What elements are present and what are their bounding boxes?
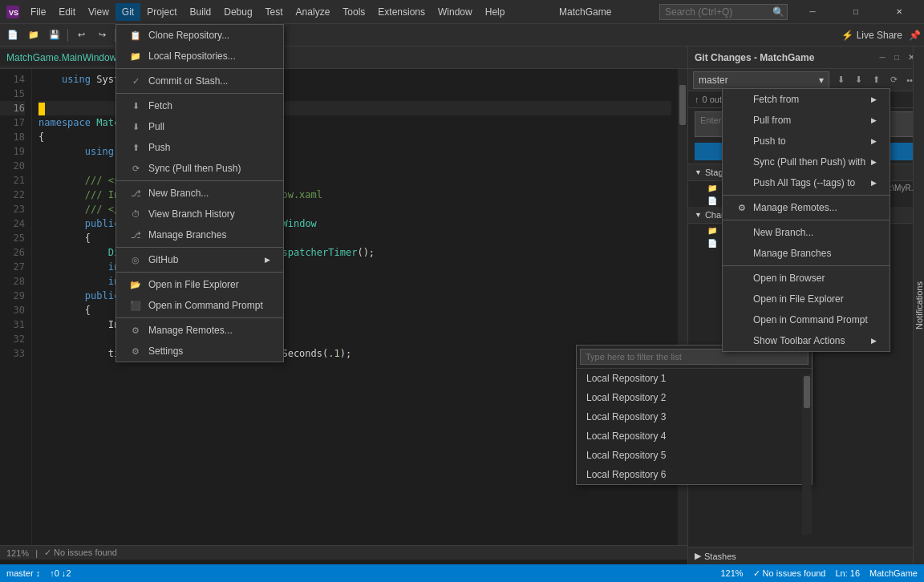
push-button[interactable]: ⬆ xyxy=(868,72,884,88)
stashes-section[interactable]: ▶ Stashes xyxy=(688,547,924,564)
maximize-button[interactable]: □ xyxy=(837,0,874,24)
ctx-manage-branches[interactable]: Manage Branches xyxy=(723,243,890,264)
scroll-thumb xyxy=(679,85,686,125)
folder-icon: 📁 xyxy=(707,184,717,192)
git-menu-fetch[interactable]: ⬇ Fetch xyxy=(116,95,283,116)
line-numbers: 14 15 16 17 18 19 20 21 22 23 24 25 26 2… xyxy=(0,69,32,545)
fetch-button[interactable]: ⬇ xyxy=(833,72,849,88)
git-menu-clone-repo[interactable]: 📋 Clone Repository... xyxy=(116,25,283,46)
sync-button[interactable]: ⟳ xyxy=(886,72,902,88)
ctx-show-toolbar[interactable]: Show Toolbar Actions ▶ xyxy=(723,330,890,351)
toolbar-open[interactable]: 📁 xyxy=(24,26,43,44)
git-panel-maximize[interactable]: □ xyxy=(890,51,903,64)
status-bar: master ↕ ↑0 ↓2 121% ✓ No issues found Ln… xyxy=(0,564,924,582)
search-icon: 🔍 xyxy=(772,6,784,18)
local-repo-3[interactable]: Local Repository 3 xyxy=(577,407,812,426)
live-share-label[interactable]: ⚡ Live Share xyxy=(841,30,902,41)
fetch-from-label: Fetch from xyxy=(753,94,799,105)
local-repo-1[interactable]: Local Repository 1 xyxy=(577,369,812,388)
changes-arrow-icon: ▼ xyxy=(695,211,702,219)
ctx-explorer-icon xyxy=(736,293,748,305)
git-menu-local-repos[interactable]: 📁 Local Repositories... xyxy=(116,46,283,67)
git-menu-push[interactable]: ⬆ Push xyxy=(116,137,283,158)
menu-test[interactable]: Test xyxy=(259,3,290,21)
ctx-new-branch[interactable]: New Branch... xyxy=(723,222,890,243)
local-repos-scrollbar[interactable] xyxy=(802,374,812,535)
git-menu-open-cmd[interactable]: ⬛ Open in Command Prompt xyxy=(116,295,283,316)
git-panel-header: Git Changes - MatchGame ─ □ ✕ xyxy=(688,46,924,69)
file-explorer-icon: 📂 xyxy=(129,278,142,291)
toolbar-undo[interactable]: ↩ xyxy=(71,26,91,44)
close-button[interactable]: ✕ xyxy=(881,0,918,24)
menu-view[interactable]: View xyxy=(82,3,116,21)
ctx-sync-with[interactable]: Sync (Pull then Push) with ▶ xyxy=(723,152,890,172)
git-menu-pull[interactable]: ⬇ Pull xyxy=(116,116,283,137)
menu-tools[interactable]: Tools xyxy=(336,3,371,21)
command-prompt-icon: ⬛ xyxy=(129,299,142,312)
menu-analyze[interactable]: Analyze xyxy=(290,3,337,21)
ctx-fetch-from[interactable]: Fetch from ▶ xyxy=(723,89,890,110)
menu-project[interactable]: Project xyxy=(140,3,183,21)
commit-icon: ✓ xyxy=(129,75,142,87)
push-tags-arrow: ▶ xyxy=(871,179,877,187)
search-input[interactable] xyxy=(659,4,788,20)
menu-window[interactable]: Window xyxy=(432,3,479,21)
status-right: 121% ✓ No issues found Ln: 16 MatchGame xyxy=(720,568,918,579)
pinned-icon: 📌 xyxy=(909,30,921,41)
ctx-show-toolbar-label: Show Toolbar Actions xyxy=(753,335,845,346)
editor-bottom-bar: 121% | ✓ No issues found xyxy=(0,545,687,560)
menu-build[interactable]: Build xyxy=(184,3,218,21)
ctx-open-browser[interactable]: Open in Browser xyxy=(723,268,890,289)
ctx-open-explorer[interactable]: Open in File Explorer xyxy=(723,289,890,309)
menu-git[interactable]: Git xyxy=(116,3,140,21)
menu-edit[interactable]: Edit xyxy=(52,3,82,21)
git-menu-new-branch[interactable]: ⎇ New Branch... xyxy=(116,183,283,204)
title-bar: VS File Edit View Git Project Build Debu… xyxy=(0,0,924,24)
git-menu-manage-branches[interactable]: ⎇ Manage Branches xyxy=(116,224,283,245)
ctx-new-branch-icon xyxy=(736,226,748,239)
push-tags-label: Push All Tags (--tags) to xyxy=(753,177,855,188)
git-menu-manage-remotes[interactable]: ⚙ Manage Remotes... xyxy=(116,320,283,341)
clone-repo-label: Clone Repository... xyxy=(148,30,229,41)
toolbar-save[interactable]: 💾 xyxy=(45,26,64,44)
ctx-pull-from[interactable]: Pull from ▶ xyxy=(723,110,890,131)
menu-file[interactable]: File xyxy=(24,3,52,21)
push-tags-icon xyxy=(736,176,748,189)
pull-button[interactable]: ⬇ xyxy=(850,72,866,88)
notifications-panel[interactable]: Notifications xyxy=(913,46,924,564)
git-menu-branch-history[interactable]: ⏱ View Branch History xyxy=(116,204,283,224)
menu-extensions[interactable]: Extensions xyxy=(371,3,432,21)
git-menu-commit[interactable]: ✓ Commit or Stash... xyxy=(116,71,283,91)
git-panel-minimize[interactable]: ─ xyxy=(876,51,889,64)
local-repo-6[interactable]: Local Repository 6 xyxy=(577,465,812,484)
git-menu-sync[interactable]: ⟳ Sync (Pull then Push) xyxy=(116,158,283,179)
title-bar-controls: 🔍 ─ □ ✕ xyxy=(659,0,918,24)
menu-debug[interactable]: Debug xyxy=(217,3,258,21)
toolbar-sep1 xyxy=(67,29,68,42)
svg-text:VS: VS xyxy=(9,9,18,17)
git-dropdown-menu: 📋 Clone Repository... 📁 Local Repositori… xyxy=(116,24,284,362)
local-repo-5[interactable]: Local Repository 5 xyxy=(577,446,812,465)
ctx-open-cmd[interactable]: Open in Command Prompt xyxy=(723,309,890,330)
ctx-push-tags[interactable]: Push All Tags (--tags) to ▶ xyxy=(723,172,890,193)
ctx-push-to[interactable]: Push to ▶ xyxy=(723,131,890,152)
local-repo-4[interactable]: Local Repository 4 xyxy=(577,426,812,446)
status-branch[interactable]: master ↕ xyxy=(6,568,40,578)
git-menu-open-explorer[interactable]: 📂 Open in File Explorer xyxy=(116,274,283,295)
local-repo-2[interactable]: Local Repository 2 xyxy=(577,388,812,407)
editor-area: MatchGame.MainWindow › timer + 14 15 16 … xyxy=(0,46,687,564)
menu-help[interactable]: Help xyxy=(479,3,512,21)
toolbar-redo[interactable]: ↪ xyxy=(92,26,111,44)
fetch-from-arrow: ▶ xyxy=(871,95,877,103)
ctx-manage-remotes[interactable]: ⚙ Manage Remotes... xyxy=(723,197,890,218)
github-label: GitHub xyxy=(148,254,178,265)
git-menu-settings[interactable]: ⚙ Settings xyxy=(116,341,283,362)
sync-label: Sync (Pull then Push) xyxy=(148,163,241,174)
toolbar-new[interactable]: 📄 xyxy=(3,26,22,44)
branch-dropdown[interactable]: master ▾ xyxy=(693,71,829,89)
minimize-button[interactable]: ─ xyxy=(794,0,831,24)
git-menu-github[interactable]: ◎ GitHub ▶ xyxy=(116,249,283,270)
no-issues: ✓ No issues found xyxy=(44,548,117,558)
fetch-label: Fetch xyxy=(148,100,172,111)
ctx-manage-branches-icon xyxy=(736,247,748,260)
